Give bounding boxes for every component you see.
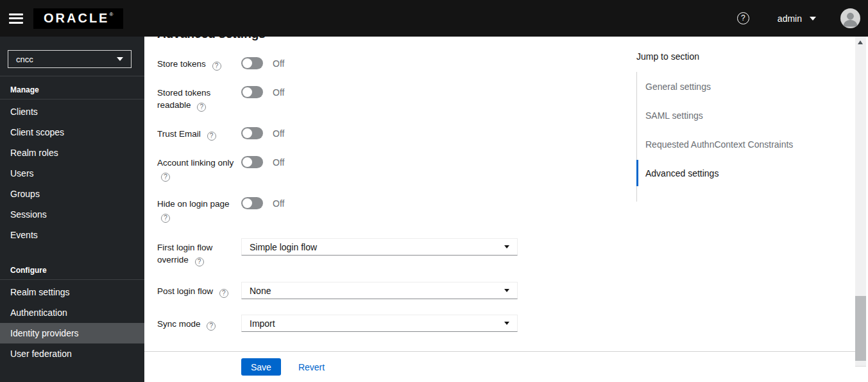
help-icon[interactable]: ? [207,322,216,331]
help-icon[interactable]: ? [161,173,170,182]
field-label: Sync mode ? [157,315,241,331]
sidebar-item-clients[interactable]: Clients [0,101,144,122]
jump-link-requested-authncontext-constraints[interactable]: Requested AuthnContext Constraints [637,130,848,159]
sidebar-item-label: Realm roles [10,148,58,158]
field-label-text: Sync mode [157,319,201,329]
switch-wrap: Off [241,86,284,98]
sidebar-section-configure: ConfigureRealm settingsAuthenticationIde… [0,266,144,364]
field-label-text: Trust Email [157,129,201,139]
switch-state-label: Off [273,198,284,209]
store-tokens-toggle[interactable] [241,57,263,69]
scrollbar[interactable] [855,37,866,367]
username-label: admin [778,13,802,24]
select-value: Import [250,318,275,329]
trust-email-toggle[interactable] [241,127,263,139]
save-button[interactable]: Save [241,358,281,376]
help-icon[interactable]: ? [195,257,204,266]
sidebar-section-title: Manage [0,85,144,99]
realm-selector[interactable]: cncc [8,50,132,68]
field-label: Hide on login page ? [157,197,241,223]
switch-wrap: Off [241,127,284,139]
oracle-logo-text: ORACLE [44,11,109,25]
sidebar-item-label: Client scopes [10,127,64,137]
jump-link-general-settings[interactable]: General settings [637,72,848,101]
help-icon[interactable]: ? [737,12,749,24]
chevron-down-icon [810,17,816,21]
sidebar-item-user-federation[interactable]: User federation [0,343,144,364]
form-field-post-login-flow: Post login flow ?None [157,282,518,299]
help-icon[interactable]: ? [219,289,228,298]
sidebar-divider [0,76,144,76]
field-label-text: Hide on login page [157,199,230,209]
hamburger-menu-icon[interactable] [9,13,23,24]
jump-link-label: General settings [645,82,711,92]
sidebar-item-authentication[interactable]: Authentication [0,302,144,323]
sidebar-item-label: Realm settings [10,287,70,297]
sidebar-item-label: Users [10,168,34,178]
chevron-down-icon [504,245,509,248]
advanced-settings-form: Store tokens ?OffStored tokens readable … [157,37,518,332]
switch-state-label: Off [273,128,284,139]
jump-link-label: SAML settings [645,110,703,121]
jump-link-advanced-settings[interactable]: Advanced settings [637,159,848,187]
sidebar-item-events[interactable]: Events [0,225,144,245]
first-login-flow-override-select[interactable]: Simple login flow [241,238,518,256]
switch-state-label: Off [273,58,284,69]
form-field-account-linking-only: Account linking only ?Off [157,156,518,182]
field-label-text: First login flow override [157,243,212,265]
form-actions: Save Revert [144,351,855,382]
user-menu[interactable]: admin [778,13,816,24]
jump-to-section-nav: Jump to section General settingsSAML set… [636,51,848,202]
sidebar-item-realm-settings[interactable]: Realm settings [0,282,144,302]
jump-link-saml-settings[interactable]: SAML settings [637,101,848,130]
form-field-stored-tokens-readable: Stored tokens readable ?Off [157,86,518,112]
hide-on-login-page-toggle[interactable] [241,197,263,209]
help-icon[interactable]: ? [197,103,206,112]
stored-tokens-readable-toggle[interactable] [241,86,263,98]
sidebar-section-manage: ManageClientsClient scopesRealm rolesUse… [0,85,144,245]
field-label: Trust Email ? [157,127,241,141]
field-label-text: Store tokens [157,59,206,69]
select-value: Simple login flow [250,242,317,252]
person-icon [840,8,860,28]
avatar[interactable] [840,8,860,28]
sidebar: cncc ManageClientsClient scopesRealm rol… [0,37,144,382]
switch-wrap: Off [241,57,284,69]
sync-mode-select[interactable]: Import [241,315,518,332]
registered-mark: ® [109,12,113,17]
jump-link-label: Advanced settings [645,168,719,178]
field-label: Store tokens ? [157,57,241,71]
main-content: Advanced settings Store tokens ?OffStore… [144,37,855,382]
chevron-down-icon [117,57,123,61]
sidebar-item-label: Authentication [10,308,67,318]
sidebar-section-title: Configure [0,266,144,279]
scrollbar-thumb[interactable] [855,296,866,361]
help-icon[interactable]: ? [212,62,221,71]
sidebar-item-label: Groups [10,189,40,199]
form-field-store-tokens: Store tokens ?Off [157,57,518,71]
help-icon[interactable]: ? [161,214,170,223]
select-value: None [250,286,271,296]
sidebar-item-realm-roles[interactable]: Realm roles [0,143,144,163]
scroll-up-arrow-icon[interactable] [858,40,863,44]
sidebar-item-client-scopes[interactable]: Client scopes [0,122,144,143]
post-login-flow-select[interactable]: None [241,282,518,299]
form-field-trust-email: Trust Email ?Off [157,127,518,141]
revert-button[interactable]: Revert [298,362,325,372]
sidebar-item-label: Identity providers [10,328,79,338]
sidebar-item-sessions[interactable]: Sessions [0,204,144,225]
field-label-text: Post login flow [157,286,213,296]
sidebar-item-label: User federation [10,349,72,359]
jump-link-label: Requested AuthnContext Constraints [645,139,793,150]
sidebar-item-identity-providers[interactable]: Identity providers [0,323,144,343]
account-linking-only-toggle[interactable] [241,156,263,168]
field-label: First login flow override ? [157,238,241,266]
help-icon[interactable]: ? [207,132,216,141]
sidebar-item-users[interactable]: Users [0,163,144,184]
top-bar: ORACLE® ? admin [0,0,868,37]
field-label: Post login flow ? [157,282,241,298]
sidebar-item-groups[interactable]: Groups [0,184,144,204]
switch-state-label: Off [273,157,284,168]
sidebar-item-label: Sessions [10,209,47,220]
chevron-down-icon [504,289,509,292]
